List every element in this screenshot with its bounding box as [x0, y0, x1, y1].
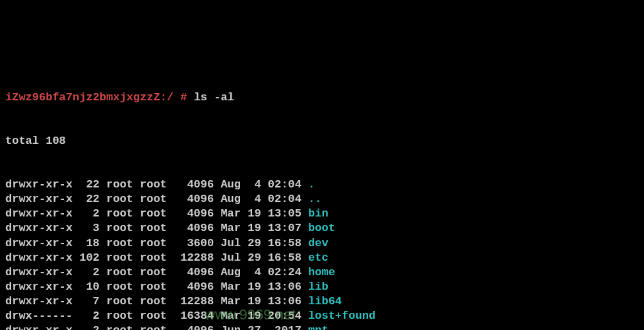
col-group: root: [140, 207, 174, 221]
col-size: 3600: [174, 236, 214, 251]
col-links: 2: [73, 265, 100, 280]
col-links: 102: [73, 251, 100, 265]
col-name: .: [308, 178, 315, 191]
col-date: Mar 19 20:54: [220, 309, 308, 323]
col-links: 2: [73, 309, 100, 323]
col-owner: root: [106, 207, 140, 221]
col-owner: root: [106, 323, 140, 330]
col-name: boot: [308, 222, 335, 234]
col-group: root: [140, 294, 174, 309]
col-links: 10: [73, 280, 100, 294]
file-row: drwxr-xr-x18 rootroot3600 Jul 29 16:58de…: [5, 236, 639, 251]
file-listing: drwxr-xr-x22 rootroot4096 Aug 4 02:04.dr…: [5, 178, 639, 330]
col-name: lib: [308, 280, 329, 293]
col-group: root: [140, 323, 174, 330]
col-date: Aug 4 02:24: [220, 265, 308, 280]
prompt-line: iZwz96bfa7njz2bmxjxgzzZ:/ # ls -al: [5, 90, 639, 105]
col-owner: root: [106, 280, 140, 294]
col-size: 12288: [174, 294, 214, 309]
col-owner: root: [106, 236, 140, 251]
col-group: root: [140, 265, 174, 280]
col-group: root: [140, 236, 174, 251]
col-owner: root: [106, 251, 140, 265]
file-row: drwxr-xr-x22 rootroot4096 Aug 4 02:04..: [5, 192, 639, 207]
file-row: drwxr-xr-x22 rootroot4096 Aug 4 02:04.: [5, 178, 639, 192]
col-links: 3: [73, 221, 100, 236]
col-group: root: [140, 251, 174, 265]
file-row: drwxr-xr-x10 rootroot4096 Mar 19 13:06li…: [5, 280, 639, 294]
col-size: 12288: [174, 251, 214, 265]
col-links: 22: [73, 178, 100, 192]
col-size: 4096: [174, 192, 214, 207]
col-group: root: [140, 309, 174, 323]
col-date: Jul 29 16:58: [220, 236, 308, 251]
col-size: 4096: [174, 207, 214, 221]
col-owner: root: [106, 309, 140, 323]
file-row: drwxr-xr-x2 rootroot4096 Mar 19 13:05bin: [5, 207, 639, 221]
col-group: root: [140, 192, 174, 207]
col-name: ..: [308, 193, 321, 205]
col-permissions: drwxr-xr-x: [5, 265, 73, 280]
col-size: 4096: [174, 323, 214, 330]
col-permissions: drwxr-xr-x: [5, 178, 73, 192]
col-name: lost+found: [308, 310, 375, 322]
col-size: 4096: [174, 265, 214, 280]
file-row: drwx------2 rootroot16384 Mar 19 20:54lo…: [5, 309, 639, 323]
col-owner: root: [106, 221, 140, 236]
col-size: 4096: [174, 221, 214, 236]
shell-prompt: iZwz96bfa7njz2bmxjxgzzZ:/ #: [5, 91, 194, 104]
col-permissions: drwxr-xr-x: [5, 251, 73, 265]
file-row: drwxr-xr-x3 rootroot4096 Mar 19 13:07boo…: [5, 221, 639, 236]
col-name: dev: [308, 237, 329, 249]
col-name: home: [308, 266, 335, 279]
col-links: 7: [73, 294, 100, 309]
command-text: ls -al: [194, 91, 234, 104]
col-group: root: [140, 178, 174, 192]
col-permissions: drwxr-xr-x: [5, 323, 73, 330]
file-row: drwxr-xr-x2 rootroot4096 Aug 4 02:24home: [5, 265, 639, 280]
col-permissions: drwxr-xr-x: [5, 236, 73, 251]
col-date: Aug 4 02:04: [220, 192, 308, 207]
col-date: Mar 19 13:07: [220, 221, 308, 236]
col-date: Aug 4 02:04: [220, 178, 308, 192]
col-date: Mar 19 13:06: [220, 280, 308, 294]
col-date: Mar 19 13:05: [220, 207, 308, 221]
file-row: drwxr-xr-x2 rootroot4096 Jun 27 2017mnt: [5, 323, 639, 330]
col-size: 4096: [174, 178, 214, 192]
col-size: 4096: [174, 280, 214, 294]
col-links: 2: [73, 207, 100, 221]
terminal-output[interactable]: iZwz96bfa7njz2bmxjxgzzZ:/ # ls -al total…: [5, 61, 639, 330]
col-permissions: drwx------: [5, 309, 73, 323]
col-date: Jul 29 16:58: [220, 251, 308, 265]
col-date: Mar 19 13:06: [220, 294, 308, 309]
col-name: bin: [308, 207, 329, 220]
col-permissions: drwxr-xr-x: [5, 207, 73, 221]
col-permissions: drwxr-xr-x: [5, 280, 73, 294]
col-permissions: drwxr-xr-x: [5, 294, 73, 309]
file-row: drwxr-xr-x102 rootroot12288 Jul 29 16:58…: [5, 251, 639, 265]
col-links: 22: [73, 192, 100, 207]
col-group: root: [140, 280, 174, 294]
col-links: 18: [73, 236, 100, 251]
col-owner: root: [106, 265, 140, 280]
col-group: root: [140, 221, 174, 236]
col-owner: root: [106, 192, 140, 207]
col-owner: root: [106, 294, 140, 309]
col-permissions: drwxr-xr-x: [5, 221, 73, 236]
col-owner: root: [106, 178, 140, 192]
file-row: drwxr-xr-x7 rootroot12288 Mar 19 13:06li…: [5, 294, 639, 309]
total-line: total 108: [5, 134, 639, 148]
col-links: 2: [73, 323, 100, 330]
col-size: 16384: [174, 309, 214, 323]
col-name: mnt: [308, 324, 329, 330]
col-permissions: drwxr-xr-x: [5, 192, 73, 207]
col-date: Jun 27 2017: [220, 323, 308, 330]
col-name: lib64: [308, 295, 342, 308]
col-name: etc: [308, 251, 329, 264]
